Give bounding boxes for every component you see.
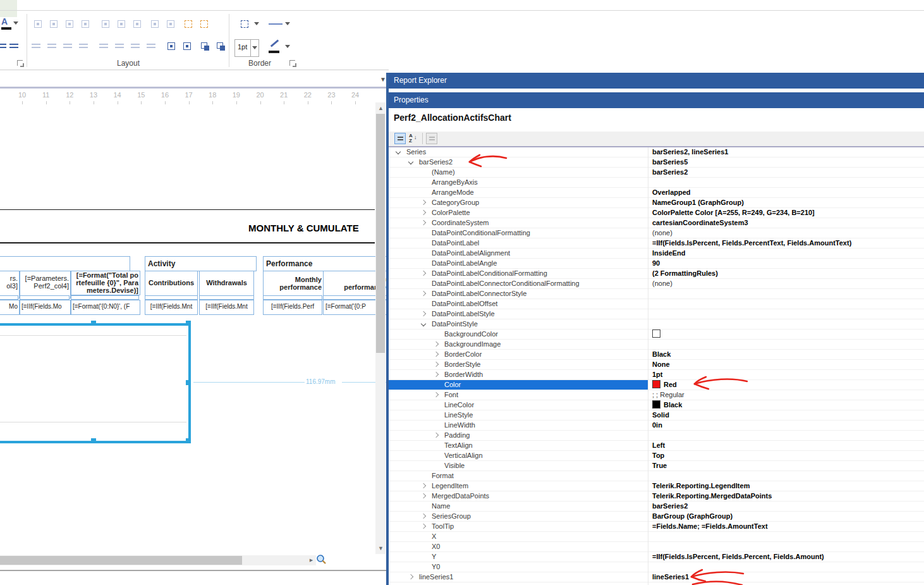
- report-title[interactable]: MONTHLY & CUMULATE: [248, 223, 375, 235]
- property-row-legenditem[interactable]: LegendItemTelerik.Reporting.LegendItem: [389, 481, 924, 491]
- property-row-datapointlabeloffset[interactable]: DataPointLabelOffset: [389, 299, 924, 309]
- left-table-data-cell[interactable]: Mo: [0, 300, 20, 315]
- property-row-borderwidth[interactable]: BorderWidth1pt: [389, 370, 924, 380]
- left-table-title-cell[interactable]: [0, 256, 130, 271]
- performance-data-cell[interactable]: [=IIf(Fields.Perf: [263, 300, 322, 315]
- selection-handle[interactable]: [186, 321, 191, 326]
- decrease-horizontal-spacing-icon[interactable]: [62, 40, 73, 52]
- center-horizontally-icon[interactable]: [166, 40, 177, 52]
- alphabetical-sort-icon[interactable]: A Z ↓: [408, 133, 419, 144]
- make-same-height-icon[interactable]: [165, 18, 176, 30]
- property-row-bordercolor[interactable]: BorderColorBlack: [389, 350, 924, 360]
- property-row-name[interactable]: NamebarSeries2: [389, 502, 924, 512]
- property-row-arrangemode[interactable]: ArrangeModeOverlapped: [389, 188, 924, 198]
- property-row-y0[interactable]: Y0: [389, 562, 924, 572]
- property-row-datapointlabelconditionalformatting[interactable]: DataPointLabelConditionalFormatting(2 Fo…: [389, 269, 924, 279]
- selected-chart-element[interactable]: [0, 323, 191, 443]
- performance-spacer-cell[interactable]: [263, 295, 322, 300]
- send-to-back-icon[interactable]: [215, 40, 226, 52]
- magnifier-icon[interactable]: [316, 554, 327, 565]
- property-row-padding[interactable]: Padding: [389, 431, 924, 441]
- left-table-data-cell[interactable]: [=IIf(Fields.Mo: [20, 300, 71, 315]
- property-row-linewidth[interactable]: LineWidth0in: [389, 421, 924, 431]
- property-row-datapointlabelconnectorconditionalformatting[interactable]: DataPointLabelConnectorConditionalFormat…: [389, 279, 924, 289]
- property-row-datapointconditionalformatting[interactable]: DataPointConditionalFormatting(none): [389, 228, 924, 238]
- align-centers-icon[interactable]: [48, 18, 59, 30]
- border-width-dropdown[interactable]: [250, 40, 258, 56]
- property-row-mergeddatapoints[interactable]: MergedDataPointsTelerik.Reporting.Merged…: [389, 491, 924, 502]
- align-middles-icon[interactable]: [64, 18, 75, 30]
- increase-vertical-spacing-icon[interactable]: [114, 40, 125, 52]
- size-to-grid-icon[interactable]: [183, 18, 194, 30]
- activity-table-title[interactable]: Activity: [145, 256, 257, 271]
- property-row-color[interactable]: ColorRed: [389, 380, 924, 390]
- remove-vertical-spacing-icon[interactable]: [145, 40, 157, 52]
- snap-to-grid-icon[interactable]: [198, 18, 210, 30]
- border-line-dropdown-icon[interactable]: [285, 22, 290, 25]
- property-row-tooltip[interactable]: ToolTip=Fields.Name; =Fields.AmountText: [389, 522, 924, 532]
- left-table-spacer-cell[interactable]: [71, 295, 139, 300]
- left-table-spacer-cell[interactable]: [20, 295, 70, 300]
- report-explorer-header[interactable]: Report Explorer: [389, 73, 924, 89]
- font-color-dropdown-icon[interactable]: [13, 22, 18, 25]
- left-table-data-cell[interactable]: [=Format('{0:N0}', (F: [71, 300, 140, 315]
- property-row-datapointlabelalignment[interactable]: DataPointLabelAlignmentInsideEnd: [389, 249, 924, 259]
- property-row-textalign[interactable]: TextAlignLeft: [389, 441, 924, 451]
- selection-handle[interactable]: [186, 438, 191, 443]
- equal-horizontal-spacing-icon[interactable]: [30, 40, 42, 52]
- selection-handle[interactable]: [186, 380, 191, 385]
- property-row-borderstyle[interactable]: BorderStyleNone: [389, 360, 924, 370]
- align-tops-icon[interactable]: [100, 18, 111, 30]
- font-dialog-launcher-icon[interactable]: [17, 60, 23, 66]
- property-row-categorygroup[interactable]: CategoryGroupNameGroup1 (GraphGroup): [389, 198, 924, 208]
- activity-spacer-cell[interactable]: [199, 295, 254, 300]
- selection-handle[interactable]: [91, 438, 96, 443]
- property-row-verticalalign[interactable]: VerticalAlignTop: [389, 451, 924, 461]
- property-row-x[interactable]: X: [389, 532, 924, 542]
- horizontal-scrollbar-thumb[interactable]: [0, 556, 242, 565]
- border-line-icon[interactable]: [269, 23, 283, 25]
- justify-text-icon[interactable]: [8, 40, 20, 52]
- activity-data-cell[interactable]: [=IIf(Fields.Mnt: [199, 300, 254, 315]
- align-bottoms-icon[interactable]: [131, 18, 143, 30]
- decrease-vertical-spacing-icon[interactable]: [130, 40, 141, 52]
- property-row-visible[interactable]: VisibleTrue: [389, 461, 924, 471]
- border-color-pen-icon[interactable]: [271, 40, 279, 47]
- property-row-font[interactable]: Font; ; Regular: [389, 390, 924, 400]
- properties-header[interactable]: Properties: [389, 92, 924, 108]
- property-row-datapointlabelstyle[interactable]: DataPointLabelStyle: [389, 309, 924, 319]
- border-style-icon[interactable]: [239, 18, 250, 30]
- property-row-lineseries1[interactable]: lineSeries1lineSeries1: [389, 572, 924, 582]
- property-row-datapointstyle[interactable]: DataPointStyle: [389, 319, 924, 329]
- left-table-header-cell[interactable]: [=Format("Total po rtefeuille {0}", Para…: [71, 271, 140, 295]
- property-row-seriesgroup[interactable]: SeriesGroupBarGroup (GraphGroup): [389, 512, 924, 522]
- property-row-colorpalette[interactable]: ColorPaletteColorPalette Color [A=255, R…: [389, 208, 924, 218]
- remove-horizontal-spacing-icon[interactable]: [78, 40, 89, 52]
- selection-handle[interactable]: [91, 321, 96, 326]
- property-row-y[interactable]: Y=IIf(Fields.IsPercent, Fields.Percent, …: [389, 552, 924, 562]
- filter-dropdown-icon[interactable]: ▼: [380, 76, 386, 83]
- scroll-down-icon[interactable]: ▼: [378, 545, 384, 551]
- scroll-right-icon[interactable]: ▼: [308, 558, 314, 563]
- activity-data-cell[interactable]: [=IIf(Fields.Mnt: [145, 300, 198, 315]
- property-row-series[interactable]: SeriesbarSeries2, lineSeries1: [389, 147, 924, 157]
- property-row-datapointlabelangle[interactable]: DataPointLabelAngle90: [389, 259, 924, 269]
- align-rights-icon[interactable]: [80, 18, 91, 30]
- border-color-dropdown-icon[interactable]: [285, 45, 290, 48]
- center-vertically-icon[interactable]: [181, 40, 193, 52]
- vertical-scrollbar-thumb[interactable]: [376, 114, 385, 353]
- align-lefts-icon[interactable]: [32, 18, 44, 30]
- increase-horizontal-spacing-icon[interactable]: [46, 40, 58, 52]
- property-row-format[interactable]: Format: [389, 471, 924, 481]
- border-style-dropdown-icon[interactable]: [254, 22, 259, 25]
- bring-to-front-icon[interactable]: [199, 40, 210, 52]
- align-text-left-icon[interactable]: [0, 40, 8, 52]
- left-table-spacer-cell[interactable]: [0, 295, 18, 300]
- font-color-icon[interactable]: A: [1, 16, 8, 27]
- left-table-header-cell[interactable]: rs. ol3]: [0, 271, 20, 299]
- property-row-barseries2[interactable]: barSeries2barSeries5: [389, 157, 924, 168]
- property-row-linestyle[interactable]: LineStyleSolid: [389, 410, 924, 421]
- property-row-datapointlabelconnectorstyle[interactable]: DataPointLabelConnectorStyle: [389, 289, 924, 299]
- scroll-up-icon[interactable]: ▲: [378, 105, 384, 111]
- property-grid-column-divider[interactable]: [648, 147, 648, 585]
